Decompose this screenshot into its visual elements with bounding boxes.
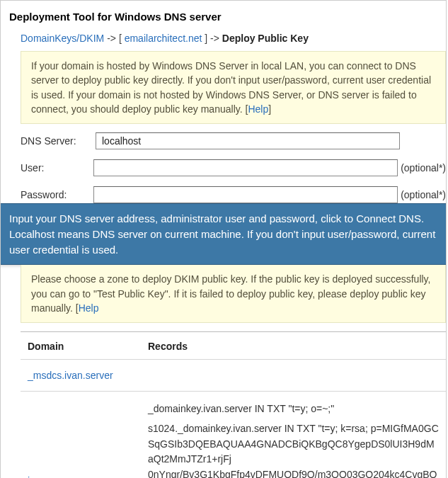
col-header-domain: Domain	[21, 332, 141, 360]
zone-link[interactable]: ivan.server	[28, 475, 76, 478]
breadcrumb-root-link[interactable]: DomainKeys/DKIM	[21, 33, 104, 44]
records-cell	[141, 360, 446, 392]
zone-link[interactable]: _msdcs.ivan.server	[28, 370, 113, 381]
dns-server-label: DNS Server:	[21, 135, 96, 147]
user-label: User:	[21, 162, 93, 173]
breadcrumb-current: Deploy Public Key	[222, 33, 309, 44]
table-row: ivan.server _domainkey.ivan.server IN TX…	[21, 392, 446, 478]
password-label: Password:	[21, 189, 93, 200]
breadcrumb: DomainKeys/DKIM -> [ emailarchitect.net …	[21, 33, 446, 44]
user-input[interactable]	[93, 159, 398, 176]
page-title: Deployment Tool for Windows DNS server	[1, 1, 446, 33]
dns-server-input[interactable]	[96, 132, 400, 149]
table-row: _msdcs.ivan.server	[21, 360, 446, 392]
help-link[interactable]: Help	[79, 302, 99, 314]
breadcrumb-domain-link[interactable]: emailarchitect.net	[125, 33, 202, 44]
records-cell: _domainkey.ivan.server IN TXT "t=y; o=~;…	[141, 392, 446, 478]
col-header-records: Records	[141, 332, 446, 360]
user-optional-hint: (optional*)	[401, 162, 446, 173]
zones-table: Domain Records _msdcs.ivan.server ivan.s…	[21, 332, 446, 478]
password-input[interactable]	[93, 186, 398, 203]
password-optional-hint: (optional*)	[401, 189, 446, 200]
info-panel-zone: Please choose a zone to deploy DKIM publ…	[21, 265, 446, 323]
help-link[interactable]: Help	[248, 103, 268, 115]
callout-dns-instructions: Input your DNS server address, administr…	[1, 203, 446, 265]
info-panel-connect: If your domain is hosted by Windows DNS …	[21, 51, 446, 124]
